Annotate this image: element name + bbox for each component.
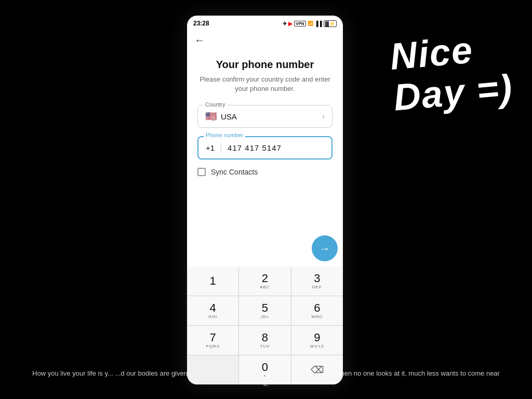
next-button-area: → (187, 235, 343, 267)
key-number: 5 (262, 302, 268, 314)
numpad-key[interactable]: 1 (187, 267, 238, 296)
key-sub-label: JKL (261, 314, 270, 319)
youtube-icon: ▶ (288, 21, 292, 26)
wifi-icon: 📶 (308, 21, 313, 26)
key-number: 4 (210, 302, 216, 314)
sync-contacts-label: Sync Contacts (211, 168, 258, 176)
country-code: +1 (206, 143, 221, 152)
country-row: 🇺🇸 USA › (205, 111, 325, 122)
phone-input-label: Phone number (204, 132, 245, 138)
key-sub-label: + (263, 374, 267, 378)
country-left: 🇺🇸 USA (205, 111, 237, 122)
country-name: USA (221, 112, 237, 121)
key-sub-label: MNO (311, 314, 323, 319)
numpad-key[interactable]: 3DEF (291, 267, 343, 296)
numpad-key[interactable]: 2ABC (239, 267, 290, 296)
numpad-key[interactable]: 5JKL (239, 296, 290, 325)
decorative-nice-day: Nice Day =) (388, 26, 514, 118)
numpad-key (187, 355, 238, 384)
page-title: Your phone number (197, 59, 332, 71)
signal-icon: ▐▐ (315, 21, 322, 26)
back-button[interactable]: ← (187, 29, 343, 48)
delete-icon: ⌫ (311, 364, 324, 376)
key-sub-label: WXYZ (310, 344, 324, 349)
phone-frame: 23:28 ✈ ▶ VPN 📶 ▐▐ ▓⚡ ← Your phone numbe… (187, 16, 343, 384)
sync-contacts-row[interactable]: Sync Contacts (197, 168, 332, 176)
chevron-right-icon: › (322, 112, 325, 121)
numpad-key[interactable]: 0+ (239, 355, 290, 384)
key-number: 3 (314, 273, 320, 284)
numpad-key[interactable]: 7PQRS (187, 326, 238, 355)
key-number: 8 (262, 332, 268, 343)
battery-icon: ▓⚡ (324, 20, 337, 27)
key-number: 7 (210, 332, 216, 343)
app-content: ← Your phone number Please confirm your … (187, 29, 343, 384)
phone-number-value: 417 417 5147 (228, 143, 282, 152)
numpad-key[interactable]: 8TUV (239, 326, 290, 355)
phone-input-row: +1 417 417 5147 (198, 137, 331, 158)
next-button[interactable]: → (312, 235, 338, 261)
back-arrow-icon: ← (194, 34, 205, 46)
key-number: 0 (262, 362, 268, 373)
key-number: 9 (314, 332, 320, 343)
key-number: 2 (262, 273, 268, 284)
numpad-key[interactable]: 6MNO (291, 296, 343, 325)
form-area: Your phone number Please confirm your co… (187, 48, 343, 235)
key-number: 6 (314, 302, 320, 314)
numpad-key[interactable]: ⌫ (291, 355, 343, 384)
key-sub-label: TUV (260, 344, 270, 349)
vpn-badge: VPN (294, 21, 305, 26)
country-selector[interactable]: Country 🇺🇸 USA › (197, 105, 332, 128)
numpad: 12ABC3DEF4GHI5JKL6MNO7PQRS8TUV9WXYZ0+⌫ (187, 267, 343, 384)
key-sub-label: PQRS (206, 344, 220, 349)
numpad-key[interactable]: 9WXYZ (291, 326, 343, 355)
status-bar: 23:28 ✈ ▶ VPN 📶 ▐▐ ▓⚡ (187, 16, 343, 29)
country-label: Country (203, 101, 228, 108)
page-subtitle: Please confirm your country code and ent… (197, 75, 332, 94)
status-icons: ✈ ▶ VPN 📶 ▐▐ ▓⚡ (283, 20, 337, 27)
numpad-key[interactable]: 4GHI (187, 296, 238, 325)
phone-input-wrapper[interactable]: Phone number +1 417 417 5147 (197, 136, 332, 159)
key-sub-label: GHI (208, 314, 217, 319)
country-flag: 🇺🇸 (205, 111, 217, 122)
telegram-icon: ✈ (283, 21, 287, 26)
key-sub-label: ABC (260, 285, 270, 289)
status-time: 23:28 (193, 20, 209, 27)
sync-contacts-checkbox[interactable] (197, 168, 206, 176)
arrow-right-icon: → (320, 243, 330, 255)
key-sub-label: DEF (312, 285, 322, 289)
key-number: 1 (210, 275, 216, 287)
